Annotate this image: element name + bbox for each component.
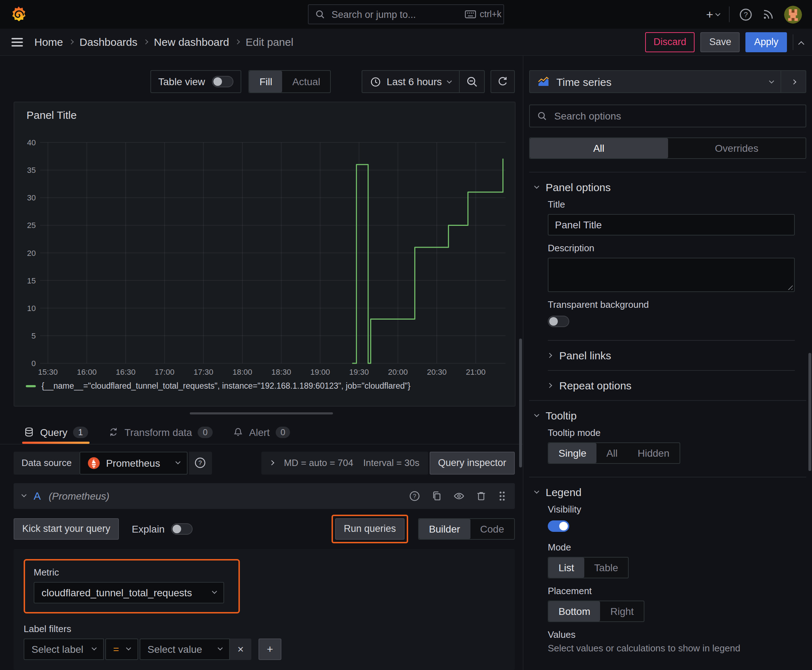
- tooltip-hidden-option[interactable]: Hidden: [627, 443, 680, 463]
- description-textarea[interactable]: [548, 258, 795, 292]
- query-stats: MD = auto = 704 Interval = 30s: [262, 452, 428, 475]
- panel-options-section[interactable]: Panel options: [529, 173, 806, 198]
- actual-option[interactable]: Actual: [283, 71, 331, 92]
- repeat-options-section[interactable]: Repeat options: [548, 370, 795, 400]
- placement-bottom-option[interactable]: Bottom: [549, 601, 600, 621]
- table-view-toggle[interactable]: [212, 76, 234, 87]
- remove-filter-button[interactable]: ×: [230, 638, 251, 660]
- new-menu-button[interactable]: +: [706, 8, 720, 20]
- code-option[interactable]: Code: [470, 519, 514, 539]
- tab-query[interactable]: Query 1: [24, 421, 88, 444]
- hide-query-icon[interactable]: [453, 490, 465, 502]
- chart-legend[interactable]: {__name__="cloudflared_tunnel_total_requ…: [26, 382, 410, 390]
- top-bar: ctrl+k + ?: [0, 0, 812, 29]
- tooltip-mode-label: Tooltip mode: [548, 427, 795, 438]
- kick-start-button[interactable]: Kick start your query: [14, 518, 119, 540]
- explain-toggle[interactable]: [171, 523, 193, 535]
- panel-resize-handle[interactable]: [190, 412, 333, 415]
- tooltip-section[interactable]: Tooltip: [529, 401, 806, 426]
- menu-icon[interactable]: [8, 35, 26, 49]
- legend-list-option[interactable]: List: [549, 558, 584, 578]
- query-ref-id: A: [34, 490, 41, 502]
- panel-links-section[interactable]: Panel links: [548, 340, 795, 370]
- breadcrumb-new-dashboard[interactable]: New dashboard: [154, 36, 229, 48]
- search-input[interactable]: [330, 8, 460, 20]
- avatar[interactable]: [784, 5, 802, 23]
- zoom-out-icon[interactable]: [460, 71, 484, 92]
- svg-text:35: 35: [27, 166, 36, 175]
- datasource-picker[interactable]: Prometheus: [80, 452, 187, 475]
- svg-text:?: ?: [744, 10, 748, 18]
- svg-text:20:30: 20:30: [427, 367, 446, 377]
- news-icon[interactable]: [762, 8, 775, 21]
- close-icon: ×: [237, 643, 244, 655]
- legend-mode-label: Mode: [548, 542, 795, 553]
- breadcrumb-dashboards[interactable]: Dashboards: [80, 36, 137, 48]
- chevron-right-icon: [547, 383, 552, 388]
- scrollbar-thumb[interactable]: [519, 338, 522, 467]
- tooltip-all-option[interactable]: All: [597, 443, 627, 463]
- grafana-logo-icon[interactable]: [10, 6, 27, 23]
- size-mode-group: Fill Actual: [249, 70, 331, 93]
- table-view-control: Table view: [150, 70, 242, 93]
- query-inspector-button[interactable]: Query inspector: [429, 452, 515, 475]
- discard-button[interactable]: Discard: [645, 32, 695, 52]
- editor-tabs: Query 1 Transform data 0 Alert 0: [0, 421, 523, 445]
- legend-table-option[interactable]: Table: [584, 558, 628, 578]
- save-button[interactable]: Save: [701, 32, 740, 52]
- drag-handle-icon[interactable]: [498, 490, 506, 502]
- panel-title-input[interactable]: [548, 214, 795, 235]
- add-filter-button[interactable]: +: [258, 638, 281, 660]
- svg-text:19:00: 19:00: [310, 367, 330, 377]
- chevron-right-icon[interactable]: [270, 461, 275, 465]
- time-range-button[interactable]: Last 6 hours: [362, 71, 459, 92]
- keyboard-icon: [465, 10, 476, 19]
- legend-section[interactable]: Legend: [529, 477, 806, 503]
- chart-plot[interactable]: 051015202530354015:3016:0016:3017:0017:3…: [14, 102, 516, 411]
- query-options-row: Kick start your query Explain Run querie…: [14, 515, 515, 543]
- refresh-icon[interactable]: [490, 70, 515, 93]
- tab-all-options[interactable]: All: [530, 138, 668, 158]
- resize-corner-icon[interactable]: [786, 283, 793, 290]
- builder-option[interactable]: Builder: [419, 519, 470, 539]
- stats-max-datapoints: MD = auto = 704: [284, 458, 353, 469]
- select-value-dropdown[interactable]: Select value: [140, 638, 230, 660]
- transparent-bg-toggle[interactable]: [548, 316, 569, 327]
- query-help-icon[interactable]: ?: [409, 490, 420, 502]
- apply-button[interactable]: Apply: [746, 32, 787, 52]
- tab-alert[interactable]: Alert 0: [233, 421, 290, 444]
- breadcrumb-edit-panel: Edit panel: [246, 36, 293, 48]
- tab-transform-data[interactable]: Transform data 0: [108, 421, 213, 444]
- bell-icon: [233, 426, 244, 437]
- tab-overrides[interactable]: Overrides: [668, 138, 805, 158]
- transform-icon: [108, 426, 119, 437]
- duplicate-query-icon[interactable]: [431, 490, 442, 502]
- chevron-down-icon: [212, 589, 217, 594]
- panel-preview: Panel Title 051015202530354015:3016:0016…: [14, 102, 515, 406]
- metric-select[interactable]: cloudflared_tunnel_total_requests: [34, 582, 224, 604]
- options-search: [529, 105, 806, 127]
- fill-option[interactable]: Fill: [249, 71, 283, 92]
- scrollbar-thumb[interactable]: [809, 353, 811, 471]
- query-row-header[interactable]: A (Prometheus) ?: [14, 483, 515, 509]
- select-label-dropdown[interactable]: Select label: [24, 638, 104, 660]
- datasource-help-icon[interactable]: ?: [189, 452, 212, 475]
- svg-text:21:00: 21:00: [466, 367, 485, 377]
- viz-select[interactable]: Time series: [530, 71, 780, 92]
- operator-dropdown[interactable]: =: [105, 638, 138, 660]
- tooltip-single-option[interactable]: Single: [549, 443, 597, 463]
- collapse-query-icon[interactable]: [22, 492, 27, 497]
- help-icon[interactable]: ?: [739, 7, 753, 21]
- chevron-down-icon: [769, 78, 774, 83]
- run-queries-button[interactable]: Run queries: [335, 518, 405, 540]
- options-search-input[interactable]: [553, 110, 798, 122]
- prometheus-icon: [87, 457, 100, 470]
- collapse-header-icon[interactable]: [799, 40, 804, 44]
- legend-visibility-toggle[interactable]: [548, 520, 569, 532]
- datasource-row: Data source Prometheus ? MD = auto = 704…: [14, 452, 515, 475]
- chevron-down-icon: [715, 11, 720, 16]
- breadcrumb-home[interactable]: Home: [34, 36, 63, 48]
- placement-right-option[interactable]: Right: [600, 601, 644, 621]
- delete-query-icon[interactable]: [475, 490, 487, 502]
- viz-suggestions-icon[interactable]: [781, 71, 805, 92]
